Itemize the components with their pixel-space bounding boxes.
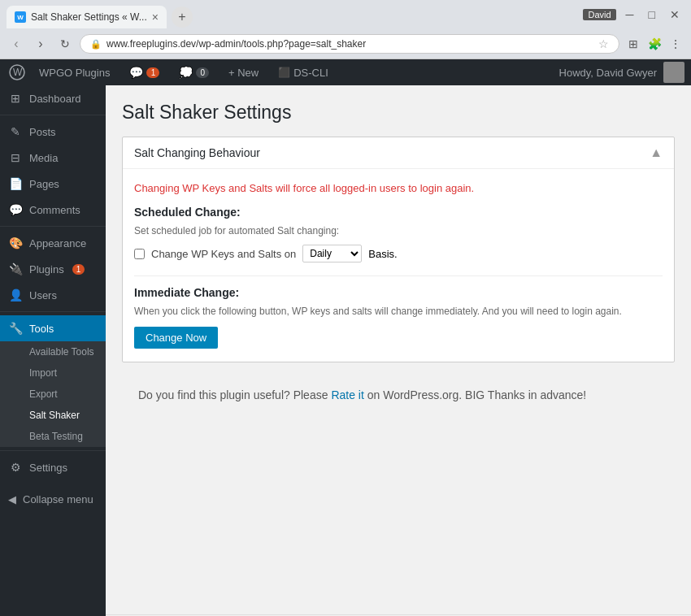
posts-icon: ✎ xyxy=(8,125,23,138)
change-now-button[interactable]: Change Now xyxy=(134,327,218,349)
main-content: Salt Shaker Settings Salt Changing Behav… xyxy=(106,85,691,614)
maximize-button[interactable]: □ xyxy=(644,7,660,23)
wpgo-plugins-item[interactable]: WPGO Plugins xyxy=(31,59,118,85)
dashboard-icon: ⊞ xyxy=(8,92,23,105)
bubble-item[interactable]: 💭 0 xyxy=(171,59,217,85)
plugins-badge: 1 xyxy=(72,264,85,275)
panel-body: Changing WP Keys and Salts will force al… xyxy=(123,169,674,362)
refresh-button[interactable]: ↻ xyxy=(55,34,75,54)
schedule-checkbox-label: Change WP Keys and Salts on xyxy=(151,248,296,260)
sidebar-subitem-salt-shaker[interactable]: Salt Shaker xyxy=(0,405,106,426)
collapse-menu-button[interactable]: ◀ Collapse menu xyxy=(0,487,106,512)
bookmark-star-icon[interactable]: ☆ xyxy=(598,37,609,50)
close-button[interactable]: ✕ xyxy=(665,7,684,23)
schedule-select[interactable]: Daily Weekly Monthly xyxy=(302,245,362,262)
sidebar-item-users[interactable]: 👤 Users xyxy=(0,282,106,308)
user-profile-badge: David xyxy=(583,9,615,20)
bubble-badge: 0 xyxy=(196,67,209,78)
collapse-icon: ◀ xyxy=(8,493,16,505)
tab-close-icon[interactable]: × xyxy=(152,11,159,24)
schedule-row: Change WP Keys and Salts on Daily Weekly… xyxy=(134,245,663,262)
schedule-checkbox[interactable] xyxy=(134,249,145,259)
media-icon: ⊟ xyxy=(8,151,23,164)
users-icon: 👤 xyxy=(8,288,23,301)
address-text: www.freeplugins.dev/wp-admin/tools.php?p… xyxy=(106,38,593,50)
basis-label: Basis. xyxy=(368,248,397,260)
appearance-icon: 🎨 xyxy=(8,236,23,249)
avatar xyxy=(663,62,684,83)
wp-admin-body: ⊞ Dashboard ✎ Posts ⊟ Media 📄 Pages 💬 Co… xyxy=(0,85,691,616)
howdy-section: Howdy, David Gwyer xyxy=(559,62,684,83)
sidebar-item-comments[interactable]: 💬 Comments xyxy=(0,197,106,223)
sidebar-item-plugins[interactable]: 🔌 Plugins 1 xyxy=(0,256,106,282)
browser-tab[interactable]: W Salt Shaker Settings « W... × xyxy=(7,6,167,28)
comment-badge: 1 xyxy=(146,67,159,78)
sidebar-item-tools[interactable]: 🔧 Tools xyxy=(0,315,106,341)
lock-icon: 🔒 xyxy=(90,39,102,50)
sidebar-item-media[interactable]: ⊟ Media xyxy=(0,145,106,171)
sidebar-subitem-available-tools[interactable]: Available Tools xyxy=(0,341,106,362)
tools-submenu: Available Tools Import Export Salt Shake… xyxy=(0,341,106,447)
panel-toggle-icon[interactable]: ▲ xyxy=(650,145,663,160)
panel-header: Salt Changing Behaviour ▲ xyxy=(123,137,674,169)
wp-admin-bar: W WPGO Plugins 💬 1 💭 0 + New ⬛ DS-CLI Ho… xyxy=(0,59,691,85)
comments-icon: 💬 xyxy=(8,203,23,216)
svg-text:W: W xyxy=(13,67,23,78)
immediate-desc: When you click the following button, WP … xyxy=(134,306,663,317)
sidebar-subitem-import[interactable]: Import xyxy=(0,362,106,384)
sidebar-item-posts[interactable]: ✎ Posts xyxy=(0,119,106,145)
tools-icon: 🔧 xyxy=(8,322,23,335)
new-tab-button[interactable]: + xyxy=(172,7,193,28)
forward-button[interactable]: › xyxy=(31,34,50,54)
wp-logo-button[interactable]: W xyxy=(7,62,28,83)
promo-before: Do you find this plugin useful? Please xyxy=(138,388,331,401)
tab-title: Salt Shaker Settings « W... xyxy=(31,11,147,23)
sidebar-item-dashboard[interactable]: ⊞ Dashboard xyxy=(0,85,106,111)
sidebar-item-appearance[interactable]: 🎨 Appearance xyxy=(0,230,106,256)
sidebar-subitem-export[interactable]: Export xyxy=(0,384,106,405)
immediate-change-title: Immediate Change: xyxy=(134,286,663,299)
section-divider xyxy=(134,275,663,276)
sidebar-subitem-beta-testing[interactable]: Beta Testing xyxy=(0,426,106,447)
page-title: Salt Shaker Settings xyxy=(122,102,675,124)
comment-count-item[interactable]: 💬 1 xyxy=(121,59,167,85)
address-bar[interactable]: 🔒 www.freeplugins.dev/wp-admin/tools.php… xyxy=(80,34,619,54)
scheduled-change-title: Scheduled Change: xyxy=(134,206,663,219)
scheduled-desc: Set scheduled job for automated Salt cha… xyxy=(134,225,663,236)
warning-text: Changing WP Keys and Salts will force al… xyxy=(134,182,663,194)
promo-text: Do you find this plugin useful? Please R… xyxy=(122,375,675,414)
promo-after: on WordPress.org. BIG Thanks in advance! xyxy=(364,388,586,401)
minimize-button[interactable]: ─ xyxy=(621,7,639,23)
plugins-icon: 🔌 xyxy=(8,262,23,275)
pages-icon: 📄 xyxy=(8,177,23,190)
howdy-text: Howdy, David Gwyer xyxy=(559,67,657,79)
extensions-icon[interactable]: 🧩 xyxy=(645,35,663,53)
sidebar-item-pages[interactable]: 📄 Pages xyxy=(0,171,106,197)
sidebar-item-settings[interactable]: ⚙ Settings xyxy=(0,454,106,480)
settings-icon: ⚙ xyxy=(8,461,23,474)
sidebar: ⊞ Dashboard ✎ Posts ⊟ Media 📄 Pages 💬 Co… xyxy=(0,85,106,616)
cast-icon[interactable]: ⊞ xyxy=(624,35,642,53)
tab-favicon: W xyxy=(15,11,26,23)
settings-panel: Salt Changing Behaviour ▲ Changing WP Ke… xyxy=(122,137,675,362)
back-button[interactable]: ‹ xyxy=(7,34,26,54)
cli-item[interactable]: ⬛ DS-CLI xyxy=(270,59,337,85)
panel-header-title: Salt Changing Behaviour xyxy=(134,146,260,159)
menu-icon[interactable]: ⋮ xyxy=(667,35,684,53)
new-item[interactable]: + New xyxy=(220,59,267,85)
rate-it-link[interactable]: Rate it xyxy=(331,388,363,401)
